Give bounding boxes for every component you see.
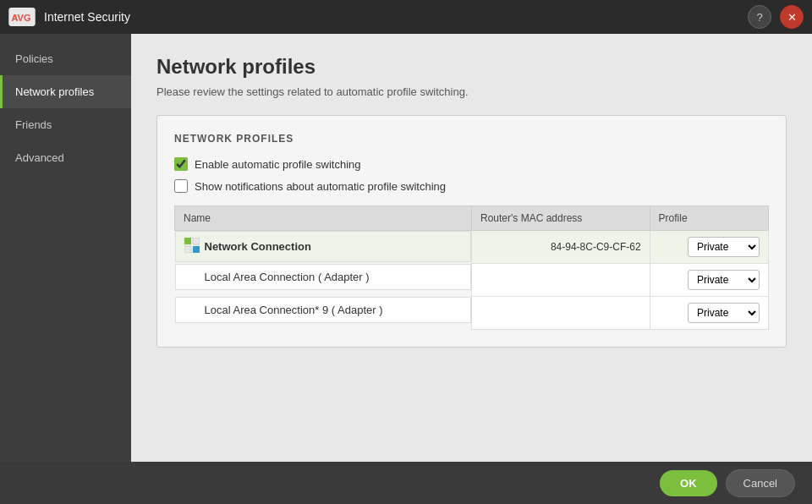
app-title: Internet Security	[44, 10, 739, 24]
row-name-text: Network Connection	[205, 240, 311, 253]
page-subtitle: Please review the settings related to au…	[156, 85, 787, 98]
svg-text:AVG: AVG	[11, 13, 30, 23]
profile-select[interactable]: PrivatePublicTrusted	[688, 303, 760, 323]
profiles-table: Name Router's MAC address Profile Networ…	[174, 205, 769, 330]
network-profiles-panel: NETWORK PROFILES Enable automatic profil…	[156, 115, 787, 348]
app-logo: AVG	[8, 8, 36, 26]
close-button[interactable]: ✕	[780, 5, 804, 29]
sidebar-item-network-profiles-label: Network profiles	[15, 85, 94, 98]
sidebar-item-friends-label: Friends	[15, 118, 52, 131]
table-row: Local Area Connection ( Adapter )Private…	[175, 264, 769, 297]
cell-profile: PrivatePublicTrusted	[650, 264, 768, 297]
svg-rect-2	[184, 238, 191, 244]
cell-mac	[472, 264, 650, 297]
auto-switch-checkbox[interactable]	[174, 157, 188, 171]
cell-name: Local Area Connection* 9 ( Adapter )	[175, 297, 472, 323]
sidebar-item-advanced[interactable]: Advanced	[0, 141, 131, 174]
cell-profile: PrivatePublicTrusted	[650, 231, 768, 264]
show-notif-row: Show notifications about automatic profi…	[174, 179, 769, 193]
row-name-text: Local Area Connection* 9 ( Adapter )	[205, 304, 383, 316]
sidebar-item-network-profiles[interactable]: Network profiles	[0, 75, 131, 108]
svg-rect-5	[193, 246, 200, 253]
col-header-name: Name	[175, 206, 472, 231]
cancel-button[interactable]: Cancel	[726, 469, 795, 497]
table-row: Local Area Connection* 9 ( Adapter )Priv…	[175, 297, 769, 330]
sidebar-item-friends[interactable]: Friends	[0, 108, 131, 141]
show-notif-label[interactable]: Show notifications about automatic profi…	[195, 180, 446, 193]
col-header-profile: Profile	[650, 206, 768, 231]
profile-select[interactable]: PrivatePublicTrusted	[688, 237, 760, 257]
cell-profile: PrivatePublicTrusted	[650, 297, 768, 330]
page-title: Network profiles	[156, 55, 787, 79]
avg-logo-icon: AVG	[8, 8, 36, 26]
sidebar-item-policies[interactable]: Policies	[0, 42, 131, 75]
main-layout: Policies Network profiles Friends Advanc…	[0, 34, 812, 504]
ok-button[interactable]: OK	[660, 470, 717, 496]
cell-name: Network Connection	[175, 231, 472, 262]
panel-section-title: NETWORK PROFILES	[174, 133, 769, 145]
row-name-text: Local Area Connection ( Adapter )	[205, 271, 370, 283]
cell-mac	[472, 297, 650, 330]
svg-rect-3	[193, 238, 200, 244]
footer: OK Cancel	[0, 462, 812, 504]
auto-switch-label[interactable]: Enable automatic profile switching	[195, 158, 361, 171]
cell-mac: 84-94-8C-C9-CF-62	[472, 231, 650, 264]
col-header-mac: Router's MAC address	[472, 206, 650, 231]
sidebar-item-advanced-label: Advanced	[15, 151, 64, 164]
sidebar-item-policies-label: Policies	[15, 52, 53, 65]
profile-select[interactable]: PrivatePublicTrusted	[688, 270, 760, 290]
table-row: Network Connection84-94-8C-C9-CF-62Priva…	[175, 231, 769, 264]
help-button[interactable]: ?	[748, 5, 771, 29]
cell-name: Local Area Connection ( Adapter )	[175, 264, 472, 290]
content-area: Network profiles Please review the setti…	[131, 34, 812, 504]
auto-switch-row: Enable automatic profile switching	[174, 157, 769, 171]
network-icon	[184, 238, 200, 255]
svg-rect-4	[184, 246, 191, 253]
show-notif-checkbox[interactable]	[174, 179, 188, 193]
title-bar: AVG Internet Security ? ✕	[0, 0, 812, 34]
sidebar: Policies Network profiles Friends Advanc…	[0, 34, 131, 504]
